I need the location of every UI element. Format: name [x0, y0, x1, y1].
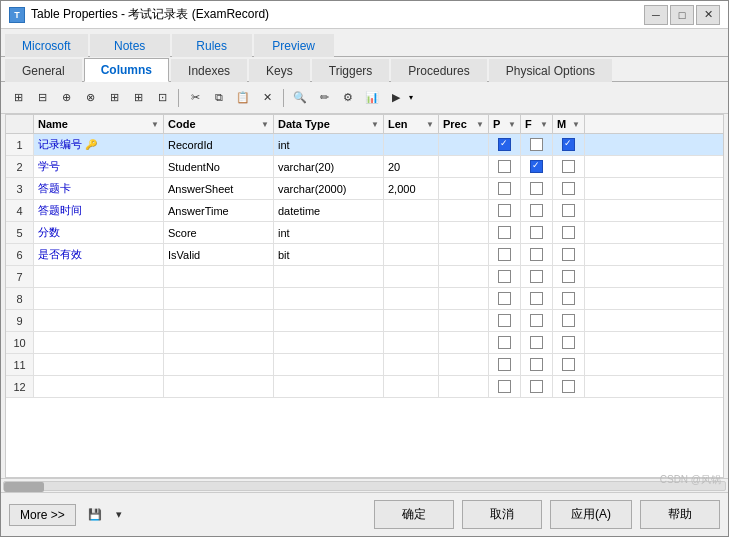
cell-m[interactable] [553, 332, 585, 353]
cell-p[interactable] [489, 200, 521, 221]
cell-name[interactable] [34, 376, 164, 397]
cell-m[interactable] [553, 134, 585, 155]
table-row[interactable]: 8 [6, 288, 723, 310]
cell-m[interactable] [553, 354, 585, 375]
cell-len[interactable] [384, 266, 439, 287]
cell-m[interactable] [553, 288, 585, 309]
f-sort-icon[interactable]: ▼ [540, 120, 548, 129]
cell-prec[interactable] [439, 288, 489, 309]
tab-microsoft[interactable]: Microsoft [5, 34, 88, 57]
cancel-button[interactable]: 取消 [462, 500, 542, 529]
toolbar-chart-btn[interactable]: 📊 [361, 87, 383, 109]
header-code[interactable]: Code ▼ [164, 115, 274, 133]
cell-name[interactable]: 学号 [34, 156, 164, 177]
toolbar-dropdown-arrow[interactable]: ▾ [409, 93, 413, 102]
cell-datatype[interactable] [274, 354, 384, 375]
p-checkbox[interactable] [498, 270, 511, 283]
toolbar-delete-btn[interactable]: ✕ [256, 87, 278, 109]
cell-code[interactable] [164, 332, 274, 353]
p-checkbox[interactable] [498, 226, 511, 239]
cell-code[interactable]: StudentNo [164, 156, 274, 177]
cell-f[interactable] [521, 332, 553, 353]
cell-prec[interactable] [439, 156, 489, 177]
header-name[interactable]: Name ▼ [34, 115, 164, 133]
save-dropdown-btn[interactable]: ▾ [108, 504, 130, 526]
cell-p[interactable] [489, 354, 521, 375]
cell-datatype[interactable]: bit [274, 244, 384, 265]
cell-len[interactable] [384, 244, 439, 265]
hscroll-track[interactable] [3, 481, 726, 491]
confirm-button[interactable]: 确定 [374, 500, 454, 529]
cell-prec[interactable] [439, 134, 489, 155]
m-checkbox[interactable] [562, 270, 575, 283]
cell-prec[interactable] [439, 244, 489, 265]
cell-code[interactable] [164, 266, 274, 287]
f-checkbox[interactable] [530, 182, 543, 195]
cell-code[interactable] [164, 288, 274, 309]
f-checkbox[interactable] [530, 358, 543, 371]
cell-name[interactable] [34, 288, 164, 309]
cell-datatype[interactable] [274, 310, 384, 331]
toolbar-dropdown[interactable]: ▶ ▾ [385, 87, 413, 109]
p-checkbox[interactable] [498, 160, 511, 173]
p-checkbox[interactable] [498, 336, 511, 349]
cell-len[interactable] [384, 310, 439, 331]
toolbar-paste-btn[interactable]: 📋 [232, 87, 254, 109]
cell-code[interactable]: IsValid [164, 244, 274, 265]
m-checkbox[interactable] [562, 358, 575, 371]
table-row[interactable]: 4答题时间AnswerTimedatetime [6, 200, 723, 222]
cell-code[interactable] [164, 310, 274, 331]
f-checkbox[interactable] [530, 336, 543, 349]
close-button[interactable]: ✕ [696, 5, 720, 25]
table-row[interactable]: 1记录编号🔑RecordIdint [6, 134, 723, 156]
p-sort-icon[interactable]: ▼ [508, 120, 516, 129]
header-prec[interactable]: Prec ▼ [439, 115, 489, 133]
len-sort-icon[interactable]: ▼ [426, 120, 434, 129]
table-row[interactable]: 7 [6, 266, 723, 288]
toolbar-edit-btn[interactable]: ✏ [313, 87, 335, 109]
m-checkbox[interactable] [562, 248, 575, 261]
m-checkbox[interactable] [562, 226, 575, 239]
cell-p[interactable] [489, 288, 521, 309]
toolbar-btn-3[interactable]: ⊕ [55, 87, 77, 109]
m-checkbox[interactable] [562, 314, 575, 327]
f-checkbox[interactable] [530, 292, 543, 305]
cell-prec[interactable] [439, 376, 489, 397]
m-checkbox[interactable] [562, 380, 575, 393]
f-checkbox[interactable] [530, 160, 543, 173]
cell-p[interactable] [489, 178, 521, 199]
cell-p[interactable] [489, 134, 521, 155]
f-checkbox[interactable] [530, 138, 543, 151]
cell-f[interactable] [521, 178, 553, 199]
f-checkbox[interactable] [530, 270, 543, 283]
cell-name[interactable]: 答题卡 [34, 178, 164, 199]
header-f[interactable]: F ▼ [521, 115, 553, 133]
f-checkbox[interactable] [530, 204, 543, 217]
cell-datatype[interactable] [274, 332, 384, 353]
m-checkbox[interactable] [562, 160, 575, 173]
p-checkbox[interactable] [498, 380, 511, 393]
f-checkbox[interactable] [530, 380, 543, 393]
cell-prec[interactable] [439, 332, 489, 353]
cell-m[interactable] [553, 310, 585, 331]
tab-physical-options[interactable]: Physical Options [489, 59, 612, 82]
cell-p[interactable] [489, 376, 521, 397]
cell-m[interactable] [553, 156, 585, 177]
cell-len[interactable]: 20 [384, 156, 439, 177]
cell-name[interactable] [34, 332, 164, 353]
tab-notes[interactable]: Notes [90, 34, 170, 57]
tab-rules[interactable]: Rules [172, 34, 252, 57]
cell-name[interactable]: 答题时间 [34, 200, 164, 221]
p-checkbox[interactable] [498, 204, 511, 217]
cell-datatype[interactable] [274, 266, 384, 287]
cell-prec[interactable] [439, 178, 489, 199]
table-row[interactable]: 10 [6, 332, 723, 354]
cell-len[interactable] [384, 222, 439, 243]
cell-len[interactable] [384, 332, 439, 353]
cell-f[interactable] [521, 288, 553, 309]
cell-name[interactable] [34, 354, 164, 375]
f-checkbox[interactable] [530, 226, 543, 239]
tab-keys[interactable]: Keys [249, 59, 310, 82]
tab-triggers[interactable]: Triggers [312, 59, 390, 82]
cell-f[interactable] [521, 222, 553, 243]
